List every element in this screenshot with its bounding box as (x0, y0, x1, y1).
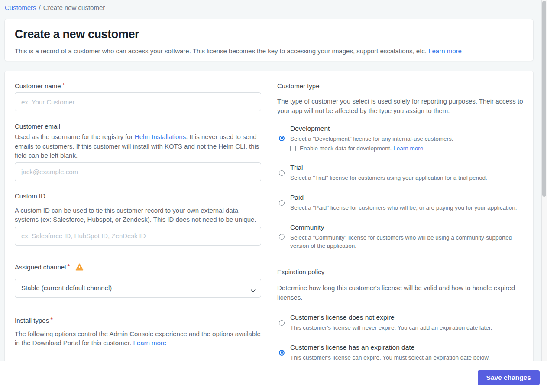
scrollbar-track[interactable] (541, 0, 547, 361)
option-desc-trial: Select a "Trial" license for customers u… (290, 174, 524, 182)
breadcrumb: Customers/Create new customer (5, 4, 105, 11)
customer-type-description: The type of customer you select is used … (277, 97, 524, 115)
customer-name-input[interactable] (15, 92, 261, 111)
header-card: Create a new customer This is a record o… (4, 19, 534, 61)
assigned-channel-field: Assigned channel* Stable (current defaul… (15, 263, 261, 298)
install-types-field: Install types* The following options con… (15, 317, 261, 348)
custom-id-field: Custom ID A custom ID can be used to tie… (15, 192, 261, 246)
breadcrumb-link-customers[interactable]: Customers (5, 4, 36, 11)
install-types-learn-more-link[interactable]: Learn more (133, 339, 166, 347)
customer-email-field: Customer email Used as the username for … (15, 123, 261, 181)
option-title-development: Development (290, 125, 524, 132)
option-title-no-expire: Customer's license does not expire (290, 314, 524, 321)
customer-email-help: Used as the username for the registry fo… (15, 132, 261, 160)
option-title-community: Community (290, 224, 524, 231)
customer-email-help-prefix: Used as the username for the registry fo… (15, 133, 135, 140)
assigned-channel-label: Assigned channel* (15, 263, 261, 272)
customer-email-input[interactable] (15, 162, 261, 181)
required-asterisk: * (50, 316, 53, 323)
page-title: Create a new customer (15, 28, 523, 41)
header-learn-more-link[interactable]: Learn more (428, 47, 462, 55)
create-customer-form: Customer name* Customer email Used as th… (4, 71, 534, 392)
option-desc-development: Select a "Development" license for any i… (290, 135, 524, 143)
form-right-column: Customer type The type of customer you s… (277, 82, 524, 362)
customer-type-option-development: Development Select a "Development" licen… (277, 125, 524, 152)
customer-name-field: Customer name* (15, 82, 261, 111)
enable-mock-data-checkbox[interactable] (290, 146, 296, 151)
mock-data-checkbox-row: Enable mock data for development. Learn … (290, 145, 524, 152)
option-title-trial: Trial (290, 164, 524, 171)
helm-installations-link[interactable]: Helm Installations (135, 133, 186, 140)
required-asterisk: * (62, 81, 65, 89)
customer-name-label: Customer name* (15, 82, 261, 90)
custom-id-label: Custom ID (15, 192, 261, 200)
customer-email-label: Customer email (15, 123, 261, 130)
mock-data-checkbox-label: Enable mock data for development. Learn … (300, 145, 423, 152)
radio-trial[interactable] (279, 170, 285, 176)
radio-development[interactable] (279, 136, 285, 141)
customer-type-option-trial: Trial Select a "Trial" license for custo… (277, 164, 524, 182)
required-asterisk: * (67, 262, 70, 270)
radio-community[interactable] (279, 234, 285, 240)
mock-data-learn-more-link[interactable]: Learn more (393, 145, 423, 152)
form-footer: Save changes (0, 361, 547, 392)
assigned-channel-select[interactable]: Stable (current default channel) (15, 279, 261, 298)
radio-license-does-not-expire[interactable] (279, 320, 285, 326)
customer-type-option-paid: Paid Select a "Paid" license for custome… (277, 194, 524, 212)
breadcrumb-separator: / (39, 4, 41, 11)
radio-license-has-expiration-date[interactable] (279, 350, 285, 356)
custom-id-help: A custom ID can be used to tie this cust… (15, 206, 261, 224)
customer-type-heading: Customer type (277, 82, 524, 90)
scrollbar-thumb[interactable] (542, 1, 546, 197)
option-desc-no-expire: This customer's license will never expir… (290, 324, 524, 332)
expiration-option-no-expire: Customer's license does not expire This … (277, 314, 524, 332)
expiration-policy-description: Determine how long this customer's licen… (277, 283, 524, 302)
warning-icon (75, 263, 84, 272)
page-description-text: This is a record of a customer who can a… (15, 47, 428, 55)
customer-type-option-community: Community Select a "Community" license f… (277, 224, 524, 250)
option-desc-paid: Select a "Paid" license for customers wh… (290, 204, 524, 212)
custom-id-input[interactable] (15, 227, 261, 246)
expiration-policy-heading: Expiration policy (277, 268, 524, 276)
install-types-help: The following options control the Admin … (15, 329, 261, 348)
breadcrumb-current: Create new customer (43, 4, 105, 11)
expiration-option-has-date: Customer's license has an expiration dat… (277, 343, 524, 362)
install-types-label: Install types* (15, 317, 261, 324)
option-title-paid: Paid (290, 194, 524, 201)
form-left-column: Customer name* Customer email Used as th… (15, 82, 261, 362)
page-description: This is a record of a customer who can a… (15, 46, 523, 55)
option-desc-community: Select a "Community" license for custome… (290, 233, 524, 250)
save-changes-button[interactable]: Save changes (478, 370, 540, 385)
option-title-has-date: Customer's license has an expiration dat… (290, 343, 524, 351)
radio-paid[interactable] (279, 200, 285, 206)
